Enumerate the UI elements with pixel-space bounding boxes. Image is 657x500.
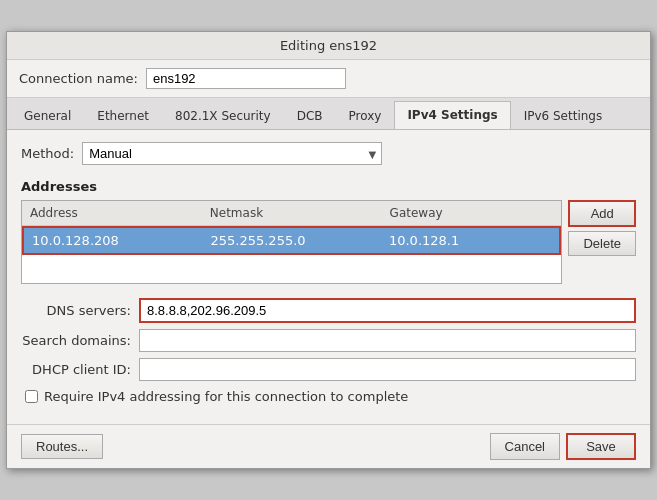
tab-8021x-security[interactable]: 802.1X Security (162, 102, 284, 129)
title-bar: Editing ens192 (7, 32, 650, 60)
dns-servers-input[interactable] (139, 298, 636, 323)
tab-dcb[interactable]: DCB (284, 102, 336, 129)
addresses-header: Address Netmask Gateway (22, 201, 561, 226)
require-ipv4-label: Require IPv4 addressing for this connect… (44, 389, 408, 404)
delete-button[interactable]: Delete (568, 231, 636, 256)
addresses-table: Address Netmask Gateway 10.0.128.208 255… (21, 200, 562, 284)
tab-ethernet[interactable]: Ethernet (84, 102, 162, 129)
tab-general[interactable]: General (11, 102, 84, 129)
search-domains-input[interactable] (139, 329, 636, 352)
address-col-header: Address (22, 204, 202, 222)
search-domains-row: Search domains: (21, 329, 636, 352)
method-row: Method: Manual Automatic (DHCP) Link-Loc… (21, 142, 636, 165)
gateway-cell: 10.0.128.1 (381, 231, 559, 250)
connection-name-label: Connection name: (19, 71, 138, 86)
netmask-cell: 255.255.255.0 (202, 231, 380, 250)
dhcp-client-id-input[interactable] (139, 358, 636, 381)
bottom-bar: Routes... Cancel Save (7, 424, 650, 468)
content-area: Method: Manual Automatic (DHCP) Link-Loc… (7, 130, 650, 424)
tab-ipv4-settings[interactable]: IPv4 Settings (394, 101, 510, 129)
window-title: Editing ens192 (280, 38, 377, 53)
tab-proxy[interactable]: Proxy (336, 102, 395, 129)
dhcp-client-id-row: DHCP client ID: (21, 358, 636, 381)
addresses-with-buttons: Address Netmask Gateway 10.0.128.208 255… (21, 200, 636, 288)
addresses-title: Addresses (21, 179, 636, 194)
method-select[interactable]: Manual Automatic (DHCP) Link-Local Only … (82, 142, 382, 165)
addresses-empty-row (22, 255, 561, 283)
netmask-col-header: Netmask (202, 204, 382, 222)
save-button[interactable]: Save (566, 433, 636, 460)
method-select-wrapper: Manual Automatic (DHCP) Link-Local Only … (82, 142, 382, 165)
dns-servers-row: DNS servers: (21, 298, 636, 323)
connection-name-input[interactable] (146, 68, 346, 89)
bottom-right-buttons: Cancel Save (490, 433, 636, 460)
tabs-bar: General Ethernet 802.1X Security DCB Pro… (7, 98, 650, 130)
connection-name-row: Connection name: (7, 60, 650, 98)
method-label: Method: (21, 146, 74, 161)
add-button[interactable]: Add (568, 200, 636, 227)
tab-ipv6-settings[interactable]: IPv6 Settings (511, 102, 616, 129)
address-cell: 10.0.128.208 (24, 231, 202, 250)
routes-button[interactable]: Routes... (21, 434, 103, 459)
require-ipv4-checkbox[interactable] (25, 390, 38, 403)
gateway-col-header: Gateway (382, 204, 562, 222)
cancel-button[interactable]: Cancel (490, 433, 560, 460)
table-row[interactable]: 10.0.128.208 255.255.255.0 10.0.128.1 (22, 226, 561, 255)
search-domains-label: Search domains: (21, 333, 131, 348)
addresses-table-wrapper: Address Netmask Gateway 10.0.128.208 255… (21, 200, 562, 288)
dns-servers-label: DNS servers: (21, 303, 131, 318)
main-window: Editing ens192 Connection name: General … (6, 31, 651, 469)
require-ipv4-row: Require IPv4 addressing for this connect… (21, 389, 636, 404)
dhcp-client-id-label: DHCP client ID: (21, 362, 131, 377)
addresses-buttons: Add Delete (568, 200, 636, 256)
addresses-section: Addresses Address Netmask Gateway 10.0.1… (21, 179, 636, 288)
